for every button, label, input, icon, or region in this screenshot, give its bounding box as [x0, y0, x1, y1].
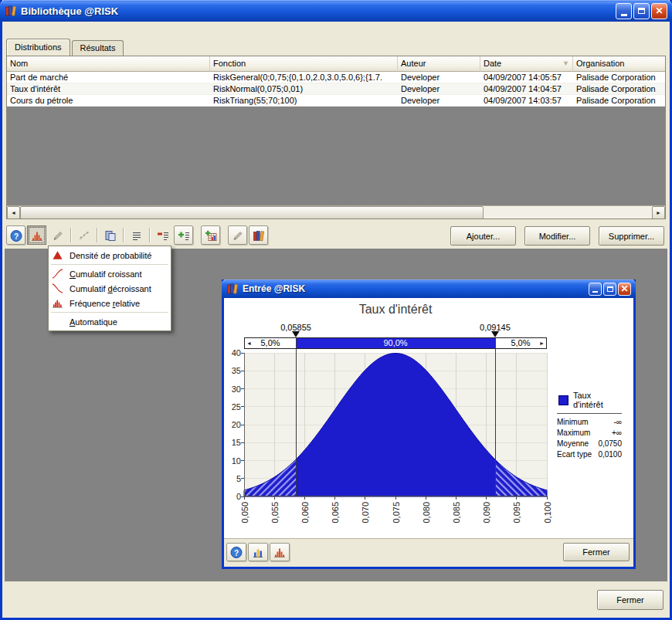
x-axis-tick-label: 0,075 [391, 502, 401, 537]
tab-distributions[interactable]: Distributions [6, 39, 70, 56]
table-cell: 04/09/2007 14:04:57 [480, 83, 573, 94]
delimiter-marker-right[interactable] [491, 331, 499, 337]
bar-chart-button[interactable] [248, 543, 268, 561]
table-cell: Developer [398, 72, 480, 83]
list-remove-icon [157, 229, 169, 242]
legend-series-name: Taux d'intérêt [573, 391, 622, 409]
fermer-button[interactable]: Fermer [563, 543, 630, 561]
scrollbar-thumb[interactable] [20, 206, 484, 219]
table-row[interactable]: Cours du pétroleRiskTriang(55;70;100)Dev… [7, 95, 665, 107]
stat-value: 0,0100 [598, 449, 622, 460]
stat-value: -∞ [614, 417, 622, 428]
help-button[interactable]: ? [226, 543, 246, 561]
table-cell: RiskTriang(55;70;100) [210, 95, 398, 106]
table-cell: 04/09/2007 14:03:57 [480, 95, 573, 106]
scatter-icon [78, 229, 90, 242]
input-titlebar[interactable]: Entrée @RISK ✕ [222, 280, 636, 298]
y-axis-tick-label: 10 [224, 456, 241, 466]
fermer-button[interactable]: Fermer [597, 590, 664, 610]
menu-item-cumulatif-croissant[interactable]: Cumulatif croissant [49, 266, 170, 281]
list-button[interactable] [127, 225, 146, 245]
x-axis-tick-label: 0,090 [482, 502, 492, 537]
column-header-auteur[interactable]: Auteur [398, 56, 480, 72]
delimiter-line-right [495, 337, 496, 496]
chart-bottom-bar: ? Fermer [224, 538, 633, 567]
histogram-button[interactable] [270, 543, 290, 561]
table-hscrollbar[interactable]: ◄ ► [7, 205, 665, 219]
menu-item-fr-quence-relative[interactable]: Fréquence relative [49, 296, 170, 310]
column-header-date[interactable]: Date▼ [480, 56, 573, 72]
column-header-organisation[interactable]: Organisation [573, 56, 666, 72]
scroll-right-icon[interactable]: ► [652, 206, 665, 219]
buildings-icon [104, 229, 117, 242]
supprimer-button[interactable]: Supprimer... [599, 226, 664, 246]
scroll-left-icon[interactable]: ◄ [7, 206, 20, 219]
table-row[interactable]: Taux d'intérêtRiskNormal(0,075;0,01)Deve… [7, 83, 665, 95]
maximize-button[interactable] [603, 283, 616, 296]
tab-résultats[interactable]: Résultats [72, 40, 124, 56]
remove-from-list-button[interactable] [153, 225, 172, 245]
chart-title: Taux d'intérêt [244, 303, 547, 317]
band-right-handle[interactable]: ► [539, 340, 545, 347]
menu-cumul-desc-icon [52, 283, 66, 295]
x-axis-tick-label: 0,060 [300, 502, 310, 537]
stat-label: Minimum [557, 417, 589, 428]
distribution-plot [244, 353, 547, 496]
menu-item-densit-de-probabilit-[interactable]: Densité de probabilité [49, 248, 170, 263]
copy-button[interactable] [100, 225, 120, 245]
y-axis-tick-label: 35 [224, 366, 241, 375]
x-axis-tick-label: 0,070 [361, 502, 371, 537]
pencil2-icon [232, 229, 244, 242]
help-button[interactable]: ? [6, 225, 25, 245]
close-icon[interactable]: ✕ [651, 3, 667, 19]
input-window: Entrée @RISK ✕ Taux d'intérêt 0,058550,0… [222, 280, 636, 569]
modifier-button[interactable]: Modifier... [524, 226, 590, 246]
svg-text:?: ? [234, 549, 239, 557]
add-to-list-button[interactable] [174, 225, 193, 245]
y-axis-tick-label: 15 [224, 438, 241, 447]
table-cell: Developer [398, 95, 480, 106]
add-to-worksheet-button[interactable] [201, 225, 220, 245]
delimiter-marker-left[interactable] [292, 331, 300, 337]
menu-separator [51, 312, 168, 313]
legend-stat-maximum: Maximum+∞ [557, 428, 622, 439]
table-cell: RiskGeneral(0;0,75;{0,1.0,2.0,3.0,5.0,6}… [210, 72, 398, 83]
table-cell: Developer [398, 83, 480, 94]
graph-type-button[interactable] [27, 225, 46, 245]
minimize-button[interactable] [589, 283, 602, 296]
y-axis-tick-label: 0 [224, 492, 241, 501]
y-axis-tick-label: 20 [224, 420, 241, 429]
fit-distribution-button[interactable] [74, 225, 93, 245]
menu-item-automatique[interactable]: Automatique [49, 314, 170, 329]
ajouter-button[interactable]: Ajouter... [450, 226, 516, 246]
legend-swatch [558, 395, 568, 405]
edit-distribution-button[interactable] [48, 225, 67, 245]
tab-bar: DistributionsRésultats [6, 39, 125, 56]
library-button[interactable] [249, 225, 268, 245]
table-row[interactable]: Part de marchéRiskGeneral(0;0,75;{0,1.0,… [7, 72, 665, 83]
table-cell: Cours du pétrole [7, 95, 210, 106]
no-icon [52, 316, 66, 328]
y-axis-tick-label: 25 [224, 402, 241, 412]
maximize-button[interactable] [633, 3, 650, 19]
legend-divider [557, 413, 622, 414]
close-icon[interactable]: ✕ [618, 283, 631, 296]
band-left-handle[interactable]: ◄ [246, 340, 252, 347]
x-axis-tick-label: 0,065 [331, 502, 341, 537]
minimize-button[interactable] [616, 3, 632, 19]
legend-stat-minimum: Minimum-∞ [557, 417, 622, 428]
menu-freq-icon [52, 297, 66, 310]
sort-indicator-icon: ▼ [562, 59, 569, 67]
legend-stat-moyenne: Moyenne0,0750 [557, 439, 622, 449]
graph-type-menu: Densité de probabilitéCumulatif croissan… [48, 246, 171, 331]
table-cell: Palisade Corporation [573, 83, 666, 94]
legend-stat-ecart-type: Ecart type0,0100 [557, 449, 622, 460]
edit-entry-button[interactable] [228, 225, 247, 245]
library-titlebar[interactable]: Bibliothèque @RISK ✕ [0, 0, 672, 22]
column-header-fonction[interactable]: Fonction [210, 56, 398, 72]
stat-value: 0,0750 [598, 439, 622, 449]
menu-item-cumulatif-d-croissant[interactable]: Cumulatif décroissant [49, 281, 170, 296]
column-header-nom[interactable]: Nom [7, 56, 210, 72]
stat-label: Maximum [557, 428, 590, 439]
toolbar-separator [97, 228, 97, 242]
